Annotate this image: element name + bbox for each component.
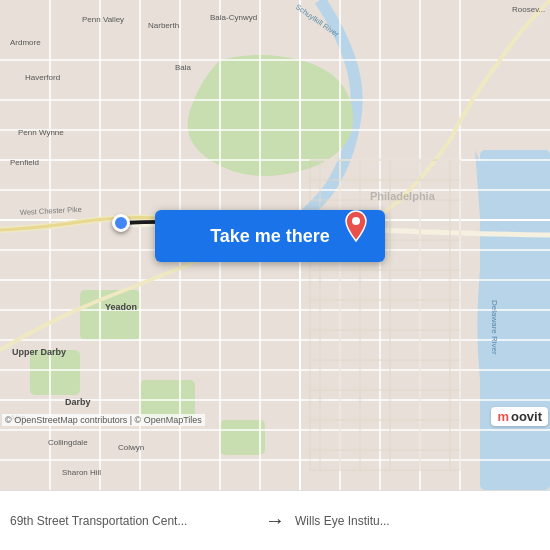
- svg-text:Bala: Bala: [175, 63, 192, 72]
- svg-text:Bala-Cynwyd: Bala-Cynwyd: [210, 13, 257, 22]
- destination-label-container: Wills Eye Institu...: [295, 514, 540, 528]
- moovit-logo-text: oovit: [511, 409, 542, 424]
- svg-text:Yeadon: Yeadon: [105, 302, 137, 312]
- svg-text:Penn Wynne: Penn Wynne: [18, 128, 64, 137]
- svg-text:Sharon Hill: Sharon Hill: [62, 468, 101, 477]
- svg-text:Narberth: Narberth: [148, 21, 179, 30]
- svg-text:Delaware River: Delaware River: [490, 300, 499, 355]
- origin-label: 69th Street Transportation Cent...: [10, 514, 255, 528]
- svg-text:Colwyn: Colwyn: [118, 443, 144, 452]
- svg-text:Collingdale: Collingdale: [48, 438, 88, 447]
- svg-text:Penfield: Penfield: [10, 158, 39, 167]
- direction-arrow: →: [255, 509, 295, 532]
- svg-text:Upper Darby: Upper Darby: [12, 347, 66, 357]
- bottom-bar: 69th Street Transportation Cent... → Wil…: [0, 490, 550, 550]
- svg-text:Philadelphia: Philadelphia: [370, 190, 436, 202]
- destination-label: Wills Eye Institu...: [295, 514, 540, 528]
- svg-text:Haverford: Haverford: [25, 73, 60, 82]
- map-container: Penn Valley Narberth Bala-Cynwyd Ardmore…: [0, 0, 550, 490]
- svg-text:Darby: Darby: [65, 397, 91, 407]
- svg-text:Ardmore: Ardmore: [10, 38, 41, 47]
- moovit-logo: moovit: [491, 407, 548, 426]
- moovit-logo-m: m: [497, 409, 509, 424]
- destination-marker: [345, 210, 367, 242]
- svg-point-69: [352, 217, 360, 225]
- svg-text:Penn Valley: Penn Valley: [82, 15, 124, 24]
- map-attribution: © OpenStreetMap contributors | © OpenMap…: [2, 414, 205, 426]
- origin-marker: [112, 214, 130, 232]
- svg-text:Roosev...: Roosev...: [512, 5, 545, 14]
- origin-label-container: 69th Street Transportation Cent...: [10, 514, 255, 528]
- svg-rect-5: [220, 420, 265, 455]
